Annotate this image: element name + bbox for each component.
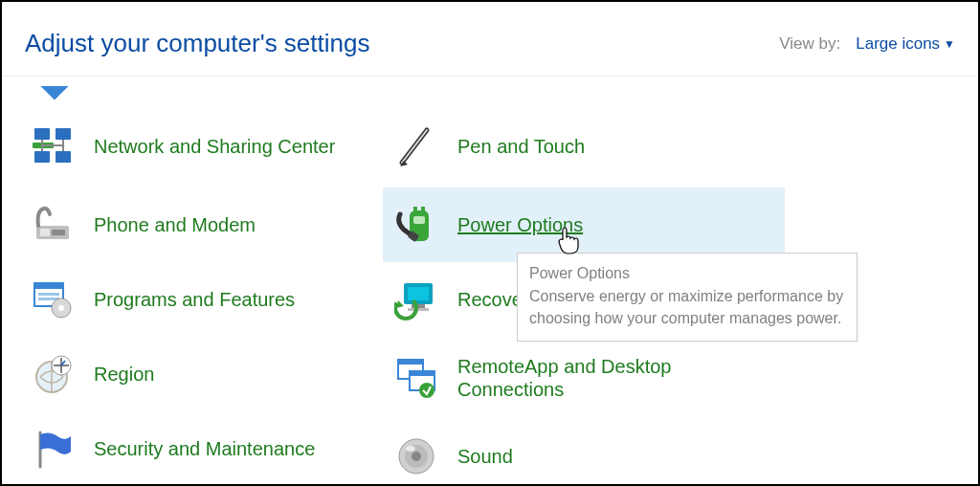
svg-point-41 <box>412 452 421 461</box>
sound-icon <box>394 434 438 478</box>
pen-icon <box>394 124 438 168</box>
view-by-value-text: Large icons <box>856 34 940 53</box>
svg-rect-1 <box>56 128 71 140</box>
remoteapp-icon <box>394 356 438 400</box>
view-by-selector[interactable]: View by: Large icons▼ <box>779 34 955 54</box>
svg-rect-26 <box>421 207 425 212</box>
tooltip-title: Power Options <box>529 263 845 284</box>
power-icon <box>394 203 438 247</box>
item-label: Power Options <box>457 213 583 236</box>
item-label: Security and Maintenance <box>94 437 315 460</box>
items-column-left: Network and Sharing Center Phone and Mod… <box>19 105 383 486</box>
region-icon <box>31 352 75 396</box>
item-label: Region <box>94 363 154 386</box>
svg-rect-0 <box>34 128 50 140</box>
svg-rect-12 <box>34 283 63 289</box>
svg-point-16 <box>58 305 64 311</box>
item-label: Phone and Modem <box>94 213 256 236</box>
network-icon <box>31 124 75 168</box>
item-pen-and-touch[interactable]: Pen and Touch <box>383 105 785 188</box>
item-phone-and-modem[interactable]: Phone and Modem <box>19 188 383 262</box>
item-power-options[interactable]: Power Options <box>383 188 785 262</box>
item-sound[interactable]: Sound <box>383 419 785 486</box>
svg-rect-27 <box>413 216 425 224</box>
svg-rect-35 <box>398 360 423 364</box>
item-label: Programs and Features <box>94 288 295 311</box>
svg-rect-10 <box>52 230 65 235</box>
header: Adjust your computer's settings View by:… <box>2 2 978 76</box>
item-label: RemoteApp and Desktop Connections <box>457 355 773 401</box>
svg-rect-13 <box>38 293 59 296</box>
item-region[interactable]: Region <box>19 337 383 411</box>
item-security-and-maintenance[interactable]: Security and Maintenance <box>19 411 383 486</box>
item-label: Sound <box>457 445 513 468</box>
svg-rect-9 <box>40 229 50 236</box>
security-flag-icon <box>31 427 75 471</box>
item-label: Pen and Touch <box>457 135 585 158</box>
page-title: Adjust your computer's settings <box>25 29 369 58</box>
chevron-down-icon: ▼ <box>944 37 955 51</box>
svg-rect-25 <box>413 207 417 212</box>
tooltip-body: Conserve energy or maximize performance … <box>529 286 845 329</box>
phone-modem-icon <box>31 203 75 247</box>
view-by-label: View by: <box>779 34 840 54</box>
programs-icon <box>31 277 75 321</box>
svg-rect-30 <box>408 287 429 300</box>
svg-rect-37 <box>410 371 434 376</box>
item-programs-and-features[interactable]: Programs and Features <box>19 262 383 337</box>
tooltip: Power Options Conserve energy or maximiz… <box>517 253 858 342</box>
svg-rect-2 <box>34 151 50 163</box>
svg-point-42 <box>406 446 415 452</box>
item-network-sharing-center[interactable]: Network and Sharing Center <box>19 105 383 188</box>
item-remoteapp-connections[interactable]: RemoteApp and Desktop Connections <box>383 337 785 419</box>
recovery-icon <box>394 277 438 321</box>
partial-item-icon <box>40 86 75 101</box>
control-panel-window: Adjust your computer's settings View by:… <box>0 0 980 486</box>
item-label: Network and Sharing Center <box>94 135 335 158</box>
svg-rect-31 <box>412 304 425 308</box>
svg-rect-32 <box>408 308 429 311</box>
svg-rect-3 <box>56 151 71 163</box>
view-by-value[interactable]: Large icons▼ <box>856 34 955 54</box>
svg-point-38 <box>419 383 434 398</box>
